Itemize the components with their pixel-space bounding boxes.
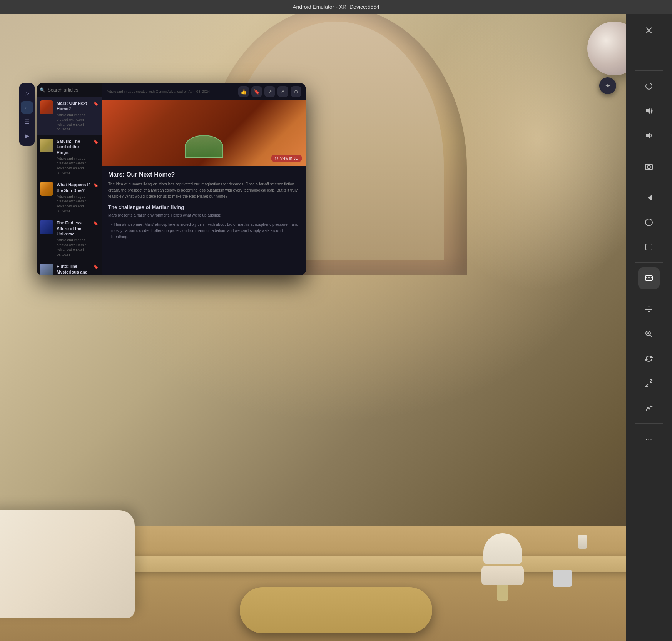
title-label: Android Emulator - XR_Device:5554 <box>293 4 379 10</box>
article-title-5: Pluto: The Mysterious and Beloved Dwarf.… <box>57 264 90 275</box>
content-header: Article and images created with Gemini A… <box>102 83 306 100</box>
camera-capture-button[interactable] <box>638 156 660 177</box>
signal-icon <box>645 404 653 412</box>
rotate-button[interactable] <box>638 348 660 369</box>
article-thumb-1 <box>40 100 53 114</box>
action-buttons: 👍 🔖 ↗ A ⊙ <box>238 86 301 97</box>
close-window-button[interactable] <box>638 20 660 41</box>
more-options-button[interactable]: ··· <box>638 428 660 450</box>
article-bullet-1: • Thin atmosphere: Mars' atmosphere is i… <box>108 222 300 240</box>
article-info-4: The Endless Allure of the Universe Artic… <box>57 220 90 257</box>
title-bar: Android Emulator - XR_Device:5554 <box>0 0 672 14</box>
back-icon <box>645 194 653 202</box>
keyboard-icon <box>645 274 653 282</box>
svg-marker-22 <box>648 311 650 313</box>
article-content-panel: Article and images created with Gemini A… <box>102 83 306 275</box>
svg-line-30 <box>645 384 648 387</box>
minimize-window-button[interactable] <box>638 44 660 66</box>
article-title-4: The Endless Allure of the Universe <box>57 220 90 237</box>
sidebar-divider-1 <box>635 70 663 71</box>
volume-down-icon <box>645 131 653 140</box>
svg-point-27 <box>647 332 649 334</box>
article-meta-4: Article and images created with Gemini A… <box>57 238 90 257</box>
more-dots-icon: ··· <box>645 435 652 443</box>
sidebar-divider-2 <box>635 151 663 151</box>
svg-marker-23 <box>645 308 647 310</box>
article-info-2: Saturn: The Lord of the Rings Article an… <box>57 139 90 175</box>
right-sidebar: ··· <box>626 14 672 641</box>
camera-icon <box>645 162 653 171</box>
search-bar: 🔍 ⋮ <box>37 83 102 97</box>
svg-rect-13 <box>645 276 652 280</box>
move-button[interactable] <box>638 299 660 320</box>
zoom-search-button[interactable] <box>638 323 660 345</box>
article-meta-2: Article and images created with Gemini A… <box>57 156 90 175</box>
float-action-button[interactable]: ✦ <box>599 77 616 94</box>
rotate-icon <box>645 354 653 363</box>
coffee-table <box>240 587 432 633</box>
bookmark-btn-1[interactable]: 🔖 <box>93 100 99 106</box>
home-nav-button[interactable] <box>638 212 660 233</box>
left-nav: ▷ ⌂ ☰ ▶ <box>19 83 35 146</box>
nav-media-button[interactable]: ▶ <box>21 130 33 142</box>
bookmark-btn-5[interactable]: 🔖 <box>93 264 99 269</box>
nav-home-button[interactable]: ⌂ <box>21 101 33 114</box>
nav-list-button[interactable]: ☰ <box>21 115 33 128</box>
text-button[interactable]: A <box>277 86 288 97</box>
bookmark-btn-2[interactable]: 🔖 <box>93 139 99 144</box>
chair-back <box>483 533 522 564</box>
like-button[interactable]: 👍 <box>238 86 249 97</box>
svg-marker-10 <box>648 195 652 200</box>
view-3d-icon: ⬡ <box>275 156 278 160</box>
back-nav-button[interactable] <box>638 187 660 209</box>
article-hero-image: ⬡ View in 3D <box>102 100 306 166</box>
volume-up-button[interactable] <box>638 100 660 122</box>
sidebar-divider-4 <box>635 262 663 263</box>
keyboard-button[interactable] <box>638 267 660 289</box>
article-intro-text: The idea of humans living on Mars has ca… <box>108 181 300 200</box>
bookmark-button[interactable]: 🔖 <box>251 86 262 97</box>
article-body: Mars: Our Next Home? The idea of humans … <box>102 166 306 275</box>
svg-rect-12 <box>646 244 652 250</box>
search-input[interactable] <box>48 87 105 93</box>
article-item-3[interactable]: What Happens if the Sun Dies? Article an… <box>37 179 102 217</box>
svg-marker-24 <box>651 308 652 310</box>
plant-vase <box>578 535 587 549</box>
article-main-title: Mars: Our Next Home? <box>108 171 300 178</box>
svg-marker-6 <box>646 132 650 139</box>
article-meta-3: Article and images created with Gemini A… <box>57 194 90 214</box>
article-item-1[interactable]: Mars: Our Next Home? Article and images … <box>37 97 102 135</box>
content-meta: Article and images created with Gemini A… <box>107 90 235 93</box>
chair <box>480 533 526 595</box>
bookmark-btn-4[interactable]: 🔖 <box>93 220 99 226</box>
mars-dome <box>185 135 223 158</box>
article-title-3: What Happens if the Sun Dies? <box>57 182 90 193</box>
article-title-1: Mars: Our Next Home? <box>57 100 90 112</box>
nav-expand-button[interactable]: ▷ <box>21 87 33 99</box>
view-3d-button[interactable]: ⬡ View in 3D <box>271 155 302 162</box>
sidebar-divider-3 <box>635 182 663 182</box>
article-meta-1: Article and images created with Gemini A… <box>57 113 90 132</box>
power-button[interactable] <box>638 75 660 97</box>
svg-point-11 <box>645 219 652 226</box>
minimize-icon <box>645 54 652 56</box>
bookmark-btn-3[interactable]: 🔖 <box>93 182 99 188</box>
article-item-2[interactable]: Saturn: The Lord of the Rings Article an… <box>37 135 102 179</box>
recents-square-icon <box>645 243 653 251</box>
volume-up-icon <box>645 107 653 115</box>
bullet-text-1: Thin atmosphere: Mars' atmosphere is inc… <box>111 222 298 239</box>
power-icon <box>645 82 653 90</box>
article-item-5[interactable]: Pluto: The Mysterious and Beloved Dwarf.… <box>37 260 102 275</box>
signal-button[interactable] <box>638 397 660 419</box>
settings-content-button[interactable]: ⊙ <box>291 86 301 97</box>
svg-marker-5 <box>646 108 650 114</box>
svg-marker-21 <box>648 306 650 307</box>
article-section1-para: Mars presents a harsh environment. Here'… <box>108 212 300 219</box>
volume-down-button[interactable] <box>638 125 660 146</box>
collapse-button[interactable] <box>638 372 660 394</box>
share-button[interactable]: ↗ <box>264 86 275 97</box>
recents-nav-button[interactable] <box>638 236 660 258</box>
article-section1-title: The challenges of Martian living <box>108 204 300 210</box>
article-item-4[interactable]: The Endless Allure of the Universe Artic… <box>37 217 102 260</box>
view-3d-label: View in 3D <box>280 156 298 160</box>
